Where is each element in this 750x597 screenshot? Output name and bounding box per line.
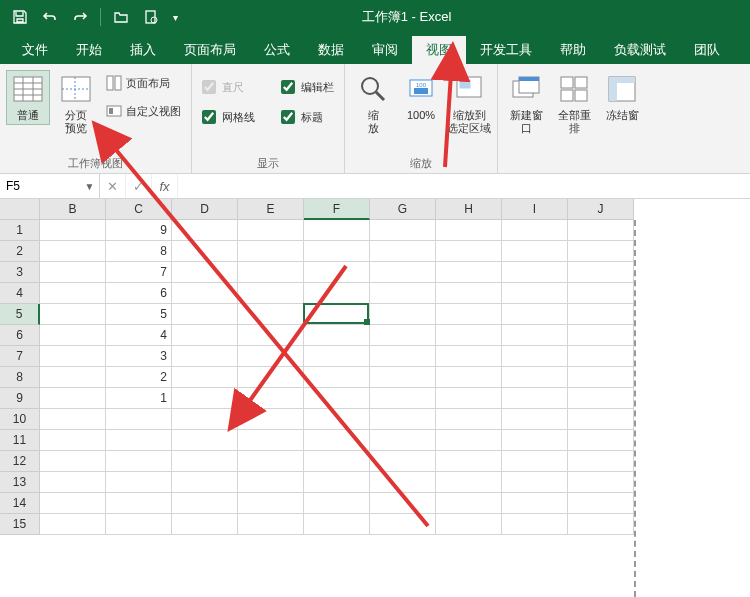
cell-J7[interactable] <box>568 346 634 367</box>
cell-F15[interactable] <box>304 514 370 535</box>
cell-C10[interactable] <box>106 409 172 430</box>
tab-load-test[interactable]: 负载测试 <box>600 36 680 64</box>
cell-I12[interactable] <box>502 451 568 472</box>
cell-D1[interactable] <box>172 220 238 241</box>
cell-J8[interactable] <box>568 367 634 388</box>
cell-D2[interactable] <box>172 241 238 262</box>
undo-button[interactable] <box>36 3 64 31</box>
cell-H14[interactable] <box>436 493 502 514</box>
cell-H9[interactable] <box>436 388 502 409</box>
save-button[interactable] <box>6 3 34 31</box>
cell-G3[interactable] <box>370 262 436 283</box>
tab-help[interactable]: 帮助 <box>546 36 600 64</box>
row-header-2[interactable]: 2 <box>0 241 40 262</box>
cell-J3[interactable] <box>568 262 634 283</box>
row-header-15[interactable]: 15 <box>0 514 40 535</box>
col-header-G[interactable]: G <box>370 199 436 220</box>
cell-D5[interactable] <box>172 304 238 325</box>
cell-F2[interactable] <box>304 241 370 262</box>
cell-D12[interactable] <box>172 451 238 472</box>
cell-D13[interactable] <box>172 472 238 493</box>
cell-D3[interactable] <box>172 262 238 283</box>
headings-checkbox[interactable]: 标题 <box>277 106 338 128</box>
formula-bar-checkbox[interactable]: 编辑栏 <box>277 76 338 98</box>
cell-F9[interactable] <box>304 388 370 409</box>
cell-J14[interactable] <box>568 493 634 514</box>
cell-J10[interactable] <box>568 409 634 430</box>
cell-C12[interactable] <box>106 451 172 472</box>
cell-C7[interactable]: 3 <box>106 346 172 367</box>
cell-I9[interactable] <box>502 388 568 409</box>
cell-C3[interactable]: 7 <box>106 262 172 283</box>
row-header-10[interactable]: 10 <box>0 409 40 430</box>
cell-H12[interactable] <box>436 451 502 472</box>
row-header-3[interactable]: 3 <box>0 262 40 283</box>
cell-E12[interactable] <box>238 451 304 472</box>
tab-review[interactable]: 审阅 <box>358 36 412 64</box>
cell-I7[interactable] <box>502 346 568 367</box>
normal-view-button[interactable]: 普通 <box>6 70 50 125</box>
cell-E2[interactable] <box>238 241 304 262</box>
cell-G13[interactable] <box>370 472 436 493</box>
cell-F13[interactable] <box>304 472 370 493</box>
cell-C15[interactable] <box>106 514 172 535</box>
cell-E9[interactable] <box>238 388 304 409</box>
zoom-button[interactable]: 缩 放 <box>351 70 395 138</box>
zoom-100-button[interactable]: 100 100% <box>399 70 443 125</box>
tab-formulas[interactable]: 公式 <box>250 36 304 64</box>
cell-C6[interactable]: 4 <box>106 325 172 346</box>
name-box-input[interactable] <box>0 179 80 193</box>
qat-customize-button[interactable]: ▾ <box>167 3 183 31</box>
cell-E8[interactable] <box>238 367 304 388</box>
freeze-panes-button[interactable]: 冻结窗 <box>600 70 644 125</box>
cell-J9[interactable] <box>568 388 634 409</box>
cell-F1[interactable] <box>304 220 370 241</box>
cell-I11[interactable] <box>502 430 568 451</box>
cell-I13[interactable] <box>502 472 568 493</box>
cell-E4[interactable] <box>238 283 304 304</box>
cell-B5[interactable] <box>40 304 106 325</box>
cell-G10[interactable] <box>370 409 436 430</box>
cell-G5[interactable] <box>370 304 436 325</box>
cell-H4[interactable] <box>436 283 502 304</box>
cell-J11[interactable] <box>568 430 634 451</box>
tab-file[interactable]: 文件 <box>8 36 62 64</box>
redo-button[interactable] <box>66 3 94 31</box>
cell-I14[interactable] <box>502 493 568 514</box>
cell-J6[interactable] <box>568 325 634 346</box>
cell-G6[interactable] <box>370 325 436 346</box>
arrange-all-button[interactable]: 全部重排 <box>552 70 596 138</box>
cell-B15[interactable] <box>40 514 106 535</box>
cell-F10[interactable] <box>304 409 370 430</box>
cell-I10[interactable] <box>502 409 568 430</box>
cell-C4[interactable]: 6 <box>106 283 172 304</box>
cell-I2[interactable] <box>502 241 568 262</box>
cell-I6[interactable] <box>502 325 568 346</box>
cell-B13[interactable] <box>40 472 106 493</box>
cell-G1[interactable] <box>370 220 436 241</box>
cell-G11[interactable] <box>370 430 436 451</box>
cell-I4[interactable] <box>502 283 568 304</box>
cell-B1[interactable] <box>40 220 106 241</box>
cell-C5[interactable]: 5 <box>106 304 172 325</box>
row-header-5[interactable]: 5 <box>0 304 40 325</box>
cell-F5[interactable] <box>304 304 370 325</box>
cell-E11[interactable] <box>238 430 304 451</box>
col-header-C[interactable]: C <box>106 199 172 220</box>
cell-H8[interactable] <box>436 367 502 388</box>
zoom-selection-button[interactable]: 缩放到 选定区域 <box>447 70 491 138</box>
cell-D9[interactable] <box>172 388 238 409</box>
cell-G15[interactable] <box>370 514 436 535</box>
cell-F3[interactable] <box>304 262 370 283</box>
row-header-11[interactable]: 11 <box>0 430 40 451</box>
cell-J4[interactable] <box>568 283 634 304</box>
cell-D15[interactable] <box>172 514 238 535</box>
cell-D4[interactable] <box>172 283 238 304</box>
cell-F12[interactable] <box>304 451 370 472</box>
page-break-preview-button[interactable]: 分页 预览 <box>54 70 98 138</box>
cell-J5[interactable] <box>568 304 634 325</box>
cell-J12[interactable] <box>568 451 634 472</box>
col-header-D[interactable]: D <box>172 199 238 220</box>
cell-G2[interactable] <box>370 241 436 262</box>
cell-G8[interactable] <box>370 367 436 388</box>
